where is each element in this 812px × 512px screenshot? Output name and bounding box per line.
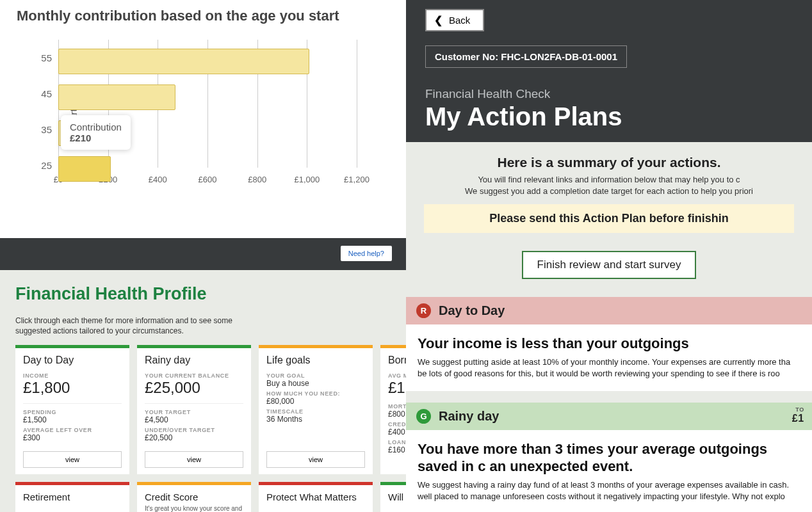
card-value: £300 — [23, 433, 122, 442]
section-aside: TO £1 — [792, 406, 804, 424]
customer-number-tag: Customer No: FHC-LON2FA-DB-01-0001 — [425, 45, 627, 68]
chart-tooltip: Contribution£210 — [61, 115, 131, 150]
need-help-button[interactable]: Need help? — [341, 246, 392, 261]
card-subtext: It's great you know your score and the — [145, 505, 243, 512]
profile-card[interactable]: Rainy dayYOUR CURRENT BALANCE£25,000YOUR… — [137, 345, 251, 474]
card-title: Borrow — [388, 355, 406, 366]
header-bar: Need help? — [0, 238, 406, 270]
card-label: MORTGA — [388, 403, 406, 410]
card-title: Day to Day — [23, 355, 122, 366]
section-header-rainy-day[interactable]: G Rainy day TO £1 — [406, 403, 812, 430]
card-title: Protect What Matters — [266, 492, 365, 502]
contribution-chart: Monthly contribution based on the age yo… — [0, 0, 406, 238]
chart-ytick: 25 — [33, 160, 52, 171]
card-label: TIMESCALE — [266, 408, 365, 415]
card-value: £800 — [388, 410, 406, 419]
card-value: £160 — [388, 445, 406, 454]
profile-card[interactable]: Day to DayINCOME£1,800SPENDING£1,500AVER… — [15, 345, 129, 474]
section-heading: You have more than 3 times your average … — [418, 440, 800, 476]
profile-card[interactable]: Protect What Matters — [259, 482, 373, 512]
profile-subtext: Click through each theme for more inform… — [15, 316, 259, 336]
card-value: £400 — [388, 428, 406, 436]
chevron-left-icon: ❮ — [434, 14, 443, 26]
summary-text-1: You will find relevant links and informa… — [424, 174, 794, 186]
profile-card[interactable]: BorrowAVG MO£1,36MORTGA£800CREDIT£400LOA… — [380, 345, 406, 474]
summary-text-2: We suggest you add a completion date tar… — [424, 186, 794, 197]
status-badge: R — [416, 303, 431, 318]
profile-card[interactable]: Will — [380, 482, 406, 512]
page-title: My Action Plans — [425, 102, 793, 131]
action-plans-header: ❮ Back Customer No: FHC-LON2FA-DB-01-000… — [406, 0, 812, 142]
card-title: Credit Score — [145, 492, 243, 502]
back-label: Back — [449, 15, 470, 26]
card-value: Buy a house — [266, 379, 365, 388]
chart-xtick: £1,200 — [344, 175, 369, 184]
view-button[interactable]: view — [145, 451, 243, 468]
card-value-primary: £25,000 — [145, 379, 243, 397]
alert-banner: Please send this Action Plan before fini… — [424, 204, 794, 233]
card-value-primary: £1,800 — [23, 379, 122, 397]
card-label: AVERAGE LEFT OVER — [23, 427, 122, 433]
card-label: YOUR TARGET — [145, 409, 243, 415]
card-title: Retirement — [23, 492, 122, 502]
card-value: 36 Months — [266, 415, 365, 424]
card-title: Rainy day — [145, 355, 243, 366]
card-label: HOW MUCH YOU NEED: — [266, 390, 365, 397]
profile-card[interactable]: Retirement — [15, 482, 129, 512]
financial-health-profile: Financial Health Profile Click through e… — [0, 270, 406, 512]
card-label: YOUR CURRENT BALANCE — [145, 372, 243, 379]
chart-ytick: 45 — [33, 88, 52, 99]
chart-xtick: £1,000 — [294, 175, 320, 184]
chart-ytick: 55 — [33, 52, 52, 63]
chart-xtick: £600 — [199, 175, 217, 184]
back-button[interactable]: ❮ Back — [425, 9, 484, 31]
chart-title: Monthly contribution based on the age yo… — [17, 8, 389, 24]
section-text: We suggest having a rainy day fund of at… — [418, 479, 800, 502]
card-value-primary: £1,36 — [388, 379, 406, 397]
section-body-day-to-day: Your income is less than your outgoings … — [406, 324, 812, 391]
profile-card[interactable]: Life goalsYOUR GOALBuy a houseHOW MUCH Y… — [259, 345, 373, 474]
chart-bar[interactable] — [58, 49, 309, 74]
status-badge: G — [416, 409, 431, 424]
section-title: Day to Day — [439, 303, 505, 318]
tooltip-value: £210 — [70, 132, 122, 143]
card-value: £4,500 — [145, 415, 243, 424]
profile-card[interactable]: Credit ScoreIt's great you know your sco… — [137, 482, 251, 512]
tooltip-label: Contribution — [70, 122, 122, 132]
card-label: YOUR GOAL — [266, 372, 365, 379]
finish-review-button[interactable]: Finish review and start survey — [522, 251, 697, 279]
card-value: £1,500 — [23, 415, 122, 424]
chart-bar[interactable] — [58, 84, 175, 110]
card-label: INCOME — [23, 372, 122, 379]
section-title: Rainy day — [439, 409, 499, 424]
chart-xtick: £800 — [248, 175, 266, 184]
section-body-rainy-day: You have more than 3 times your average … — [406, 430, 812, 512]
card-title: Will — [388, 492, 406, 502]
card-value: £80,000 — [266, 397, 365, 406]
page-subheading: Financial Health Check — [425, 87, 793, 101]
card-title: Life goals — [266, 355, 365, 366]
section-header-day-to-day[interactable]: R Day to Day — [406, 297, 812, 324]
summary-block: Here is a summary of your actions. You w… — [406, 142, 812, 297]
card-label: AVG MO — [388, 372, 406, 379]
chart-xtick: £400 — [149, 175, 167, 184]
view-button[interactable]: view — [266, 451, 365, 468]
section-heading: Your income is less than your outgoings — [418, 335, 800, 353]
summary-heading: Here is a summary of your actions. — [424, 155, 794, 170]
card-value: £20,500 — [145, 433, 243, 442]
card-label: SPENDING — [23, 409, 122, 415]
profile-heading: Financial Health Profile — [15, 284, 391, 304]
chart-ytick: 35 — [33, 124, 52, 135]
card-label: CREDIT — [388, 421, 406, 428]
section-text: We suggest putting aside at least 10% of… — [418, 356, 800, 380]
card-label: LOANS — [388, 439, 406, 445]
view-button[interactable]: view — [23, 451, 122, 468]
chart-bar[interactable] — [58, 156, 111, 182]
card-label: UNDER/OVER TARGET — [145, 427, 243, 433]
